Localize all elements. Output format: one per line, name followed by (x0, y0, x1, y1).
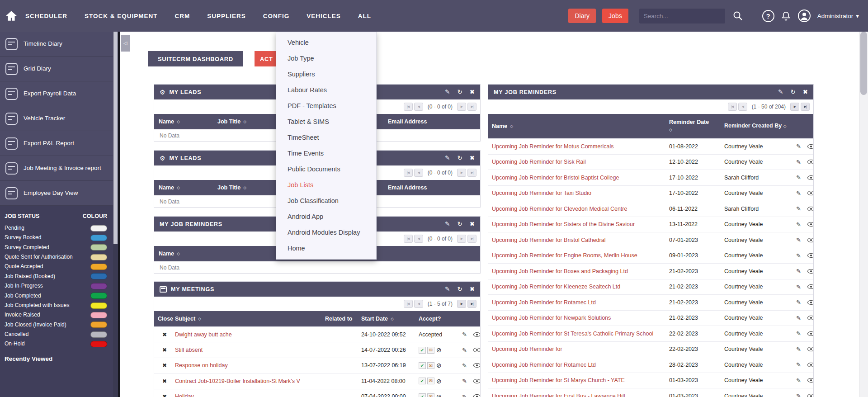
column-header-email[interactable]: Email Address (388, 118, 480, 125)
edit-icon[interactable] (796, 284, 801, 290)
config-menu-item[interactable]: Home (276, 241, 376, 256)
user-avatar-icon[interactable] (797, 9, 811, 23)
edit-panel-icon[interactable] (445, 221, 450, 227)
edit-icon[interactable] (796, 206, 801, 212)
edit-icon[interactable] (796, 222, 801, 227)
refresh-panel-icon[interactable] (457, 89, 462, 95)
home-icon[interactable] (5, 10, 17, 21)
notifications-icon[interactable] (781, 11, 791, 21)
column-header-name[interactable]: Name (492, 123, 669, 129)
help-icon[interactable] (762, 10, 774, 22)
view-icon[interactable] (807, 363, 814, 367)
view-icon[interactable] (807, 300, 814, 305)
view-icon[interactable] (807, 253, 814, 258)
edit-icon[interactable] (796, 393, 801, 397)
view-icon[interactable] (807, 222, 814, 227)
edit-icon[interactable] (796, 253, 801, 259)
decline-icon[interactable] (436, 347, 442, 353)
suitecrm-dashboard-tab[interactable]: SUITECRM DASHBOARD (148, 51, 243, 66)
meeting-subject-link[interactable]: Dwight away butt ache (175, 331, 325, 338)
edit-icon[interactable] (796, 268, 801, 274)
pagination-next-button[interactable] (790, 103, 799, 111)
pagination-previous-button[interactable] (414, 103, 423, 111)
sidebar-item[interactable]: Vehicle Tracker (0, 106, 113, 131)
reminder-link[interactable]: Upcoming Job Reminder for Sisk Rail (492, 159, 669, 165)
search-icon[interactable] (732, 10, 743, 21)
column-header-reminder-date[interactable]: Reminder Date (669, 119, 724, 133)
view-icon[interactable] (807, 394, 814, 397)
edit-icon[interactable] (462, 394, 467, 397)
nav-item[interactable]: CONFIG (263, 13, 290, 19)
view-icon[interactable] (807, 316, 814, 320)
reminder-link[interactable]: Upcoming Job Reminder for Sisters of the… (492, 221, 669, 227)
close-meeting-icon[interactable] (154, 393, 175, 397)
config-menu-item[interactable]: Suppliers (276, 66, 376, 82)
reminder-link[interactable]: Upcoming Job Reminder for First Bus - La… (492, 393, 669, 397)
remove-panel-icon[interactable] (470, 286, 475, 293)
edit-icon[interactable] (462, 363, 467, 369)
pagination-previous-button[interactable] (414, 300, 423, 308)
close-meeting-icon[interactable] (154, 347, 175, 353)
decline-icon[interactable] (436, 362, 442, 369)
pagination-first-button[interactable] (404, 235, 413, 243)
view-icon[interactable] (807, 144, 814, 149)
remove-panel-icon[interactable] (470, 155, 475, 161)
reminder-link[interactable]: Upcoming Job Reminder for Taxi Studio (492, 190, 669, 196)
tentative-icon[interactable] (427, 393, 434, 397)
reminder-link[interactable]: Upcoming Job Reminder for (492, 346, 669, 352)
view-icon[interactable] (473, 379, 481, 383)
page-scrollbar-thumb[interactable] (860, 32, 867, 95)
pagination-first-button[interactable] (404, 169, 413, 177)
reminder-link[interactable]: Upcoming Job Reminder for Bristol Cathed… (492, 237, 669, 243)
jobs-button[interactable]: Jobs (602, 9, 628, 23)
sidebar-item[interactable]: Job Meeting & Invoice report (0, 156, 113, 181)
edit-icon[interactable] (796, 299, 801, 305)
pagination-last-button[interactable] (467, 169, 476, 177)
pagination-last-button[interactable] (467, 235, 476, 243)
pagination-last-button[interactable] (801, 103, 810, 111)
nav-item[interactable]: SCHEDULER (25, 13, 67, 19)
accept-icon[interactable] (419, 347, 426, 354)
view-icon[interactable] (473, 363, 481, 368)
config-menu-item[interactable]: Job Lists (276, 177, 376, 193)
reminder-link[interactable]: Upcoming Job Reminder for Engine Rooms, … (492, 252, 669, 259)
config-menu-item[interactable]: TimeSheet (276, 130, 376, 146)
config-menu-item[interactable]: Labour Rates (276, 82, 376, 98)
view-icon[interactable] (807, 191, 814, 195)
sidebar-item[interactable]: Export P&L Report (0, 131, 113, 156)
edit-icon[interactable] (796, 190, 801, 196)
decline-icon[interactable] (436, 378, 442, 384)
pagination-previous-button[interactable] (414, 235, 423, 243)
pagination-last-button[interactable] (467, 300, 476, 308)
refresh-panel-icon[interactable] (790, 89, 795, 95)
column-header-created-by[interactable]: Reminder Created By (724, 123, 794, 130)
meeting-subject-link[interactable]: Response on holiday (175, 362, 325, 369)
tentative-icon[interactable] (427, 362, 434, 369)
column-header-accept[interactable]: Accept? (419, 316, 460, 322)
view-icon[interactable] (807, 175, 814, 180)
edit-icon[interactable] (796, 362, 801, 368)
user-menu[interactable]: Administrator (817, 12, 859, 19)
remove-panel-icon[interactable] (803, 89, 808, 95)
sidebar-item[interactable]: Employee Day View (0, 181, 113, 206)
view-icon[interactable] (807, 378, 814, 383)
column-header-email[interactable]: Email Address (388, 184, 480, 191)
pagination-first-button[interactable] (728, 103, 737, 111)
search-input[interactable] (644, 13, 721, 19)
edit-icon[interactable] (796, 175, 801, 180)
edit-panel-icon[interactable] (445, 286, 450, 293)
accept-icon[interactable] (419, 378, 426, 384)
edit-icon[interactable] (796, 237, 801, 243)
reminder-link[interactable]: Upcoming Job Reminder for Rotamec Ltd (492, 299, 669, 306)
reminder-link[interactable]: Upcoming Job Reminder for Bristol Baptis… (492, 175, 669, 181)
edit-icon[interactable] (462, 331, 467, 337)
column-header-close[interactable]: Close (154, 316, 175, 322)
column-header-related[interactable]: Related to (325, 316, 361, 322)
reminder-link[interactable]: Upcoming Job Reminder for Boxes and Pack… (492, 268, 669, 274)
edit-icon[interactable] (796, 159, 801, 165)
accept-icon[interactable] (419, 393, 426, 397)
view-icon[interactable] (473, 394, 481, 397)
sidebar-item[interactable]: Timeline Diary (0, 32, 113, 57)
reminder-link[interactable]: Upcoming Job Reminder for Newpark Soluti… (492, 315, 669, 321)
nav-item[interactable]: STOCK & EQUIPMENT (85, 13, 158, 19)
